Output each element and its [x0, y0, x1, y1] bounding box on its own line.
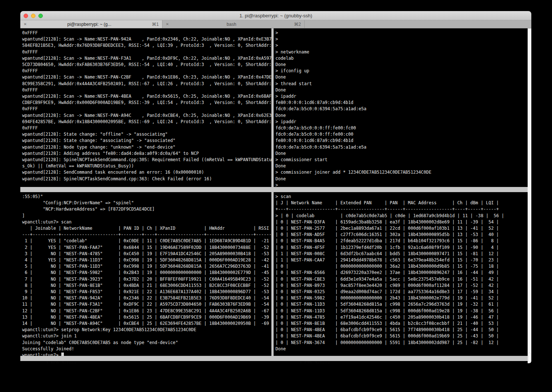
text-cursor: [61, 353, 64, 356]
pane-title-text: 1 NCP Joiner: [46, 361, 76, 363]
tab-bash[interactable]: ✕ bash ⌘2: [162, 20, 305, 28]
pane-ftd-commissioner[interactable]: > > > > networkname codelab Done > ifcon…: [274, 28, 528, 187]
desktop-background: 1. pi@raspberrypi: ~ (gnubby-ssh) ✕ pi@r…: [0, 0, 552, 392]
tab-shortcut: ⌘2: [294, 22, 301, 27]
pane-ncp-joiner[interactable]: :55:05)" "Config:NCP:DriverName" => "spi…: [20, 192, 271, 356]
window-titlebar[interactable]: 1. pi@raspberrypi: ~ (gnubby-ssh): [20, 11, 531, 20]
pane-title-ncp-joiner: 1 NCP Joiner: [20, 356, 274, 361]
ncp-joiner-prompt-line: wpanctl:utun7>: [20, 352, 271, 356]
pane-title-ftd-commissioner: 3 FTD Commissioner: [274, 187, 528, 192]
ftd-commissioner-log: > > > > networkname codelab Done > ifcon…: [274, 28, 528, 187]
tab-shortcut: ⌘1: [152, 22, 159, 27]
pane-title-text: 4 FTD Joiner: [299, 361, 330, 363]
pane-title-ftd-joiner: 4 FTD Joiner: [274, 356, 528, 361]
ftd-joiner-log: > scan | J | Network Name | Extended PAN…: [274, 192, 528, 352]
tab-label: pi@raspberrypi: ~ (g...: [29, 22, 150, 27]
terminal-window: 1. pi@raspberrypi: ~ (gnubby-ssh) ✕ pi@r…: [20, 11, 531, 363]
pane-ftd-joiner[interactable]: > scan | J | Network Name | Extended PAN…: [274, 192, 528, 356]
prompt-text: wpanctl:utun7>: [22, 353, 61, 356]
pane-wpantund[interactable]: 0xFFFF wpantund[2128]: Scan -> Name:NEST…: [20, 28, 271, 187]
tab-pi-raspberrypi[interactable]: ✕ pi@raspberrypi: ~ (g... ⌘1: [20, 20, 162, 28]
tab-bar: ✕ pi@raspberrypi: ~ (g... ⌘1 ✕ bash ⌘2: [20, 20, 531, 28]
close-tab-icon[interactable]: ✕: [24, 22, 27, 26]
ncp-joiner-log: :55:05)" "Config:NCP:DriverName" => "spi…: [20, 192, 271, 352]
wpantund-log: 0xFFFF wpantund[2128]: Scan -> Name:NEST…: [20, 28, 271, 182]
terminal-content: 0xFFFF wpantund[2128]: Scan -> Name:NEST…: [20, 28, 531, 363]
close-tab-icon[interactable]: ✕: [166, 22, 169, 26]
tab-label: bash: [171, 22, 292, 27]
window-title: 1. pi@raspberrypi: ~ (gnubby-ssh): [20, 11, 531, 20]
scrollbar-track[interactable]: [528, 28, 531, 363]
scrollbar-thumb[interactable]: [528, 353, 531, 362]
pane-title-wpantund: 0 wpantund: [20, 187, 274, 192]
